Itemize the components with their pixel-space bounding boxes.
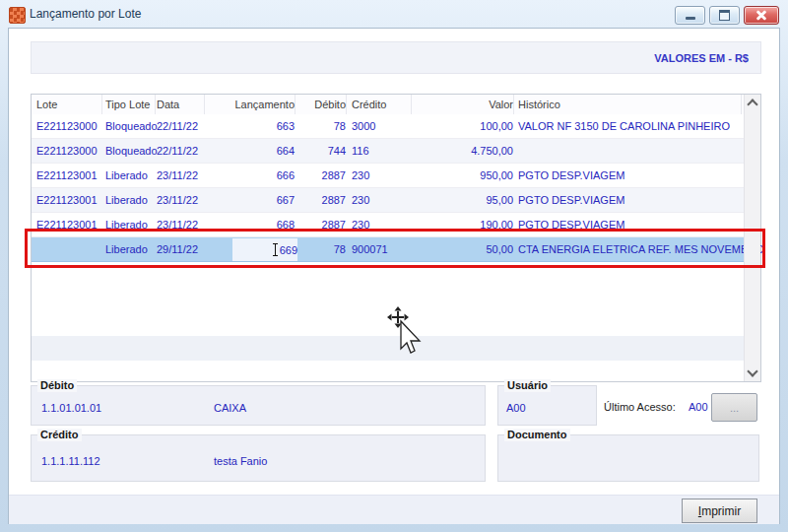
maximize-icon (719, 10, 730, 21)
cell-tipo-lote: Liberado (105, 164, 155, 188)
grid-header: LoteTipo LoteDataLançamentoDébitoCrédito… (32, 95, 744, 115)
cell-valor: 50,00 (408, 237, 513, 262)
cell-credito: 230 (352, 213, 411, 237)
minimize-button[interactable] (675, 6, 705, 25)
cell-tipo-lote: Liberado (105, 188, 155, 213)
cell-credito: 900071 (352, 237, 411, 262)
credito-account-name: testa Fanio (214, 455, 267, 467)
cell-lancamento: 663 (206, 114, 295, 139)
column-header-debito[interactable]: Débito (304, 95, 347, 114)
cell-debito: 2887 (304, 213, 346, 237)
cell-credito: 116 (352, 139, 411, 164)
cell-historico: PGTO DESP.VIAGEM (518, 164, 741, 188)
cell-historico: PGTO DESP.VIAGEM (518, 188, 741, 213)
debito-group: Débito 1.1.01.01.01 CAIXA (31, 385, 486, 426)
column-header-valor[interactable]: Valor (408, 95, 514, 114)
debito-legend: Débito (37, 379, 77, 392)
documento-legend: Documento (504, 429, 570, 441)
cell-tipo-lote: Liberado (105, 237, 155, 262)
lancamentos-grid: LoteTipo LoteDataLançamentoDébitoCrédito… (31, 94, 761, 382)
cell-valor: 95,00 (408, 188, 513, 213)
cell-credito: 230 (352, 188, 411, 213)
window-title: Lançamento por Lote (30, 7, 141, 21)
table-row[interactable]: E221123001Liberado23/11/226662887230950,… (32, 164, 744, 188)
cell-credito: 3000 (352, 114, 411, 139)
usuario-group: Usuário A00 (497, 385, 597, 426)
cell-data: 23/11/22 (157, 188, 204, 213)
cell-credito: 230 (352, 164, 411, 188)
credito-group: Crédito 1.1.1.11.112 testa Fanio (31, 434, 486, 482)
cell-lote: E221123000 (36, 114, 101, 139)
cell-debito: 744 (304, 139, 346, 164)
empty-row-stripe (32, 336, 744, 361)
valores-bar: VALORES EM - R$ (31, 41, 761, 74)
cell-tipo-lote: Liberado (105, 213, 155, 237)
app-window: Lançamento por Lote VALORES EM - R$ Lote… (0, 0, 788, 532)
scroll-up-button[interactable] (745, 95, 760, 111)
table-row[interactable]: E221123001Liberado23/11/226682887230190,… (32, 213, 744, 237)
cell-lote (36, 237, 101, 262)
scroll-down-button[interactable] (745, 365, 760, 381)
cell-lancamento: 666 (206, 164, 295, 188)
ultimo-acesso-value: A00 (689, 401, 708, 413)
chevron-down-icon (747, 366, 757, 376)
column-header-tipo-lote[interactable]: Tipo Lote (105, 95, 156, 114)
cell-debito: 2887 (304, 164, 346, 188)
cell-data: 29/11/22 (157, 237, 204, 262)
cell-lancamento: 668 (206, 213, 295, 237)
ultimo-acesso-label: Último Acesso: (604, 401, 676, 413)
cell-data: 22/11/22 (157, 139, 204, 164)
cell-tipo-lote: Bloqueado (105, 139, 155, 164)
usuario-legend: Usuário (504, 379, 551, 392)
documento-group: Documento (497, 434, 759, 482)
app-window-icon (9, 7, 26, 24)
cell-lancamento: 669 (280, 244, 297, 256)
cell-data: 23/11/22 (157, 164, 204, 188)
cell-debito: 78 (304, 237, 346, 262)
cell-lote: E221123001 (36, 164, 101, 188)
cell-data: 22/11/22 (157, 114, 204, 139)
credito-legend: Crédito (37, 429, 82, 441)
cell-data: 23/11/22 (157, 213, 204, 237)
cell-lancamento: 664 (206, 139, 295, 164)
cell-historico: PGTO DESP.VIAGEM (518, 213, 741, 237)
table-row[interactable]: E221123000Bloqueado22/11/226647441164.75… (32, 139, 744, 164)
imprimir-button[interactable]: Imprimir (682, 499, 757, 523)
cell-valor: 950,00 (408, 164, 513, 188)
imprimir-label: Imprimir (698, 504, 741, 518)
cell-debito: 78 (304, 114, 346, 139)
column-header-lote[interactable]: Lote (36, 95, 102, 114)
usuario-value: A00 (506, 402, 526, 414)
window-controls (675, 6, 779, 25)
cell-valor: 190,00 (408, 213, 513, 237)
cell-debito: 2887 (304, 188, 346, 213)
column-header-data[interactable]: Data (157, 95, 205, 114)
column-header-historico[interactable]: Histórico (518, 95, 742, 114)
close-button[interactable] (744, 6, 779, 25)
table-row[interactable]: E221123001Liberado23/11/22667288723095,0… (32, 188, 744, 213)
column-header-credito[interactable]: Crédito (352, 95, 412, 114)
table-row[interactable]: E221123000Bloqueado22/11/22663783000100,… (32, 114, 744, 139)
lancamento-edit-cell[interactable]: 669 (232, 238, 297, 261)
cell-valor: 4.750,00 (408, 139, 513, 164)
footer-bar (9, 495, 779, 524)
cell-historico (518, 139, 741, 164)
more-button[interactable]: ... (711, 393, 757, 422)
cell-historico: VALOR NF 3150 DE CAROLINA PINHEIRO (518, 114, 741, 139)
text-cursor-icon (272, 243, 279, 256)
cell-tipo-lote: Bloqueado (105, 114, 155, 139)
cell-lote: E221123001 (36, 188, 101, 213)
ellipsis-icon: ... (730, 402, 739, 414)
cell-lote: E221123000 (36, 139, 101, 164)
table-row[interactable]: Liberado29/11/226697890007150,00CTA ENER… (32, 237, 744, 262)
cell-valor: 100,00 (408, 114, 513, 139)
column-header-lancamento[interactable]: Lançamento (206, 95, 296, 114)
minimize-icon (686, 17, 695, 20)
debito-account: 1.1.01.01.01 (41, 402, 101, 414)
chevron-up-icon (747, 99, 757, 109)
maximize-button[interactable] (709, 6, 740, 25)
vertical-scrollbar[interactable] (744, 95, 760, 381)
credito-account: 1.1.1.11.112 (41, 455, 100, 467)
valores-label: VALORES EM - R$ (654, 52, 749, 64)
cell-historico: CTA ENERGIA ELETRICA REF. MES NOVEMBRO (518, 237, 741, 262)
